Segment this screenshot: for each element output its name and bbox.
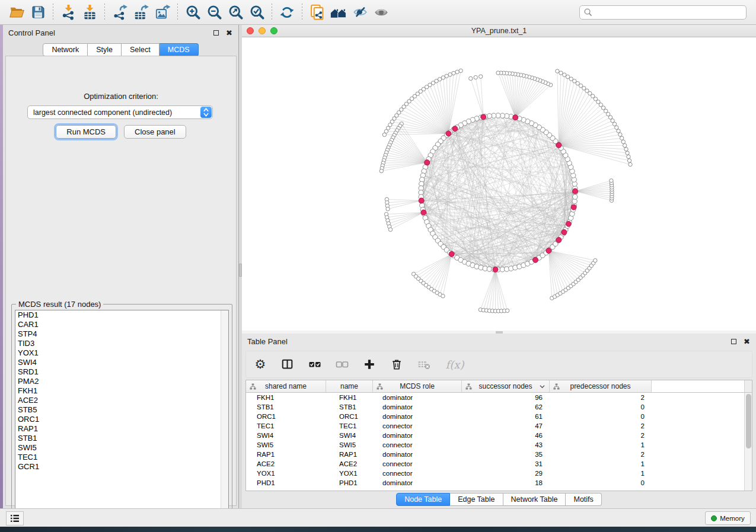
search-input[interactable]: [592, 7, 742, 18]
open-file-button[interactable]: [6, 2, 27, 23]
graph-leaf-node[interactable]: [496, 71, 500, 75]
table-row[interactable]: ORC1ORC1dominator610: [246, 412, 745, 421]
graph-leaf-node[interactable]: [474, 75, 477, 79]
graph-edge[interactable]: [515, 84, 548, 117]
graph-leaf-node[interactable]: [624, 148, 628, 151]
graph-edge[interactable]: [548, 251, 552, 298]
mcds-result-item[interactable]: YOX1: [15, 348, 228, 358]
graph-edge[interactable]: [420, 91, 448, 133]
graph-leaf-node[interactable]: [479, 75, 483, 78]
table-row[interactable]: SWI4SWI4dominator462: [246, 431, 745, 440]
table-row[interactable]: STB1STB1dominator620: [246, 402, 745, 412]
graph-leaf-node[interactable]: [627, 159, 631, 162]
table-row[interactable]: YOX1YOX1connector291: [246, 469, 745, 478]
table-scrollbar[interactable]: [744, 380, 752, 491]
graph-edge[interactable]: [575, 191, 612, 196]
zoom-out-button[interactable]: [203, 2, 225, 23]
graph-leaf-node[interactable]: [455, 70, 459, 73]
mcds-result-item[interactable]: SWI5: [15, 443, 228, 453]
graph-edge[interactable]: [559, 102, 598, 145]
new-network-from-selection-button[interactable]: [307, 2, 328, 23]
graph-edge[interactable]: [393, 137, 428, 162]
table-options-button[interactable]: ⚙: [253, 357, 267, 371]
graph-edge[interactable]: [397, 116, 449, 134]
graph-edge[interactable]: [430, 85, 448, 133]
tab-network[interactable]: Network: [43, 43, 88, 56]
graph-leaf-node[interactable]: [626, 151, 629, 155]
graph-leaf-node[interactable]: [459, 69, 462, 72]
graph-leaf-node[interactable]: [617, 129, 620, 133]
graph-hub-node[interactable]: [573, 188, 578, 194]
graph-hub-node[interactable]: [556, 143, 562, 148]
mcds-result-item[interactable]: TID3: [15, 339, 228, 348]
mcds-result-item[interactable]: CAR1: [15, 320, 228, 329]
graph-leaf-node[interactable]: [386, 207, 390, 211]
graph-hub-node[interactable]: [446, 131, 451, 136]
graph-edge[interactable]: [559, 145, 627, 153]
graph-edge[interactable]: [398, 129, 427, 163]
graph-leaf-node[interactable]: [569, 77, 573, 81]
export-image-button[interactable]: [152, 2, 173, 23]
column-header-name[interactable]: name: [326, 380, 373, 392]
create-column-button[interactable]: [362, 357, 377, 371]
graph-edge[interactable]: [575, 191, 612, 198]
mcds-result-item[interactable]: PMA2: [15, 377, 228, 386]
zoom-selected-button[interactable]: [246, 2, 267, 23]
graph-leaf-node[interactable]: [506, 309, 509, 312]
graph-hub-node[interactable]: [566, 221, 571, 226]
select-all-columns-button[interactable]: [308, 357, 322, 371]
graph-leaf-node[interactable]: [615, 126, 618, 129]
mcds-result-list[interactable]: PHD1CAR1STP4TID3YOX1SWI4SRD1PMA2FKH1ACE2…: [15, 310, 229, 521]
graph-leaf-node[interactable]: [629, 162, 632, 166]
export-network-button[interactable]: [109, 2, 130, 23]
graph-leaf-node[interactable]: [448, 73, 452, 76]
graph-hub-node[interactable]: [562, 230, 567, 235]
graph-leaf-node[interactable]: [382, 133, 386, 136]
tab-mcds[interactable]: MCDS: [160, 43, 199, 56]
graph-leaf-node[interactable]: [379, 169, 383, 172]
graph-leaf-node[interactable]: [594, 259, 597, 262]
import-network-button[interactable]: [58, 2, 79, 23]
network-window-titlebar[interactable]: YPA_prune.txt_1: [242, 25, 756, 37]
graph-hub-node[interactable]: [481, 114, 486, 120]
graph-hub-node[interactable]: [421, 210, 426, 215]
float-panel-icon[interactable]: [212, 29, 220, 37]
graph-leaf-node[interactable]: [627, 155, 630, 158]
function-builder-button[interactable]: f(x): [444, 357, 465, 371]
graph-node[interactable]: [573, 194, 578, 199]
column-header-predecessor-nodes[interactable]: predecessor nodes: [550, 380, 652, 392]
graph-leaf-node[interactable]: [621, 140, 625, 143]
table-row[interactable]: ACE2ACE2connector311: [246, 459, 745, 469]
graph-leaf-node[interactable]: [556, 69, 559, 73]
mcds-result-item[interactable]: ACE2: [15, 396, 228, 405]
zoom-fit-button[interactable]: [225, 2, 246, 23]
float-panel-icon[interactable]: [730, 338, 738, 345]
graph-edge[interactable]: [559, 145, 624, 146]
graph-edge[interactable]: [548, 251, 568, 288]
tab-style[interactable]: Style: [88, 43, 122, 56]
tab-select[interactable]: Select: [122, 43, 160, 56]
graph-leaf-node[interactable]: [441, 294, 445, 298]
graph-edge[interactable]: [559, 145, 629, 157]
graph-edge[interactable]: [548, 251, 560, 293]
graph-leaf-node[interactable]: [618, 133, 622, 136]
graph-hub-node[interactable]: [452, 126, 458, 132]
graph-edge[interactable]: [509, 73, 515, 117]
graph-hub-node[interactable]: [556, 238, 562, 243]
graph-leaf-node[interactable]: [559, 71, 563, 75]
close-panel-button[interactable]: Close panel: [124, 125, 186, 139]
graph-edge[interactable]: [559, 121, 613, 145]
close-panel-icon[interactable]: ✖: [225, 29, 233, 37]
delete-columns-button[interactable]: [390, 357, 404, 371]
graph-leaf-node[interactable]: [623, 143, 627, 147]
table-row[interactable]: TEC1TEC1connector472: [246, 421, 745, 431]
table-row[interactable]: FKH1FKH1dominator962: [246, 393, 745, 402]
graph-leaf-node[interactable]: [620, 136, 624, 140]
mcds-result-item[interactable]: TEC1: [15, 453, 228, 462]
graph-edge[interactable]: [381, 162, 427, 171]
graph-edge[interactable]: [559, 108, 603, 145]
hide-selected-button[interactable]: [349, 2, 371, 23]
deselect-all-columns-button[interactable]: [335, 357, 349, 371]
save-session-button[interactable]: [27, 2, 49, 23]
graph-edge[interactable]: [387, 200, 421, 201]
